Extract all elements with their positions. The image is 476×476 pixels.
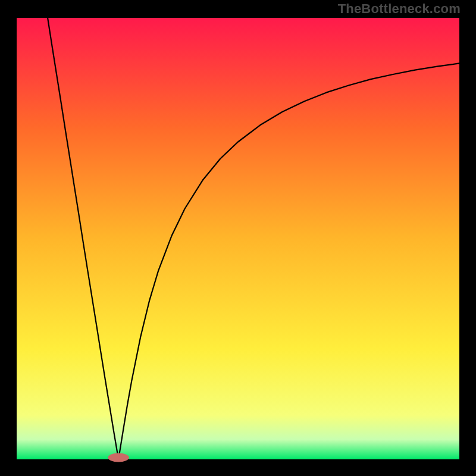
minimum-marker [108, 453, 129, 462]
chart-frame: TheBottleneck.com [0, 0, 476, 476]
attribution-text: TheBottleneck.com [338, 1, 461, 17]
bottleneck-chart [0, 0, 476, 476]
